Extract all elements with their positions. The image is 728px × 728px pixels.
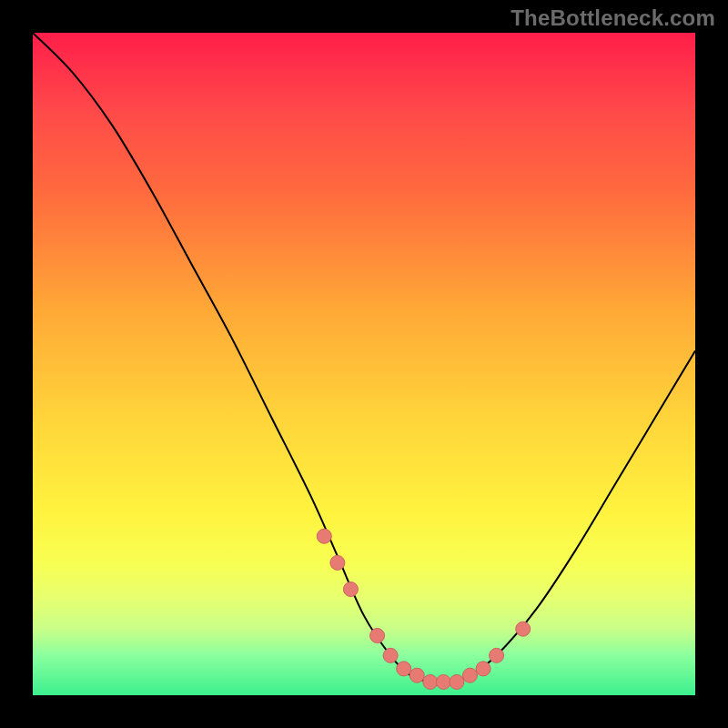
highlight-dot bbox=[330, 555, 345, 570]
highlight-dot bbox=[462, 668, 477, 682]
plot-area bbox=[33, 33, 695, 695]
highlight-dot bbox=[317, 529, 331, 543]
highlight-dots bbox=[317, 529, 530, 689]
highlight-dot bbox=[423, 674, 438, 689]
highlight-dot bbox=[343, 582, 358, 597]
highlight-dot bbox=[476, 662, 490, 676]
bottleneck-curve-svg bbox=[33, 33, 695, 695]
highlight-dot bbox=[383, 648, 398, 662]
chart-frame: TheBottleneck.com bbox=[0, 0, 728, 728]
highlight-dot bbox=[436, 674, 450, 689]
highlight-dot bbox=[516, 622, 531, 636]
highlight-dot bbox=[370, 628, 385, 642]
highlight-dot bbox=[450, 674, 464, 689]
highlight-dot bbox=[397, 662, 411, 676]
watermark-text: TheBottleneck.com bbox=[511, 5, 715, 31]
highlight-dot bbox=[410, 668, 424, 682]
bottleneck-curve bbox=[33, 33, 695, 682]
highlight-dot bbox=[490, 648, 504, 662]
